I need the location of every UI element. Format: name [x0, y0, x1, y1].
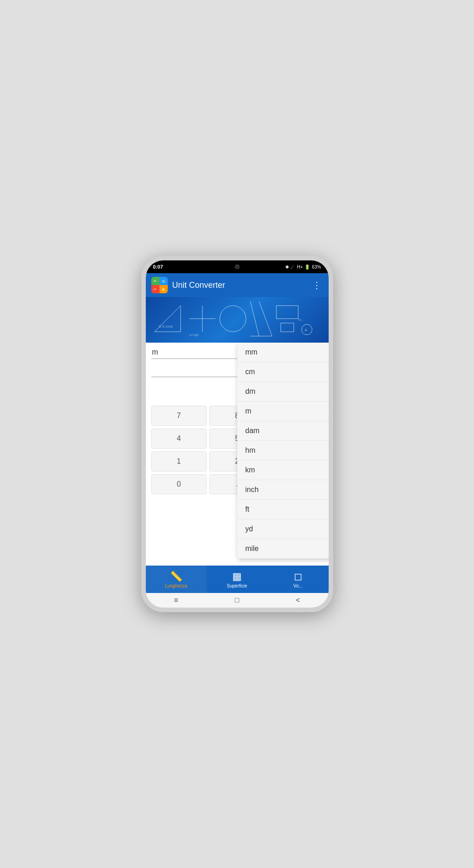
nav-label-superficie: Superficie [227, 583, 247, 588]
sys-nav-recent[interactable]: < [296, 596, 300, 604]
svg-line-15 [259, 302, 272, 336]
camera-dot [235, 265, 240, 269]
key-0[interactable]: 0 [151, 474, 207, 494]
svg-text:B.S.cosα: B.S.cosα [159, 324, 173, 328]
dropdown-item-yd[interactable]: yd [237, 519, 329, 539]
status-indicators: ✱ ☄ H+ 🔋 63% [285, 265, 321, 270]
banner-bg: B.S.cosα s=½at² V₁ A [146, 297, 329, 343]
unit-dropdown[interactable]: mm cm dm m dam hm km inch ft yd mile [237, 343, 329, 559]
key-4[interactable]: 4 [151, 429, 207, 449]
network-type: H+ [297, 265, 303, 270]
app-icon-q4: ⊞ [160, 285, 168, 293]
signal-icon: ☄ [291, 265, 295, 270]
status-bar: 0:07 ✱ ☄ H+ 🔋 63% [146, 260, 329, 273]
phone-shell: 0:07 ✱ ☄ H+ 🔋 63% ✏ ◎ ✂ ⊞ Unit Converter… [141, 256, 333, 612]
dropdown-item-dam[interactable]: dam [237, 421, 329, 441]
dropdown-item-mm[interactable]: mm [237, 343, 329, 362]
sys-nav-home[interactable]: □ [235, 596, 240, 604]
app-icon: ✏ ◎ ✂ ⊞ [151, 277, 168, 293]
app-icon-q3: ✂ [151, 285, 160, 293]
battery-level: 63% [312, 265, 321, 270]
dropdown-item-m[interactable]: m [237, 402, 329, 421]
svg-text:A: A [304, 328, 307, 332]
ruler-icon: 📏 [170, 571, 182, 582]
system-nav-bar: ≡ □ < [146, 593, 329, 608]
dropdown-item-cm[interactable]: cm [237, 362, 329, 382]
app-icon-q1: ✏ [151, 277, 160, 285]
svg-text:s=½at²: s=½at² [189, 333, 199, 337]
svg-rect-5 [281, 323, 294, 332]
grid-icon: ▦ [232, 571, 242, 582]
dropdown-item-ft[interactable]: ft [237, 500, 329, 519]
sys-nav-menu[interactable]: ≡ [174, 596, 178, 604]
svg-text:V₁: V₁ [298, 318, 301, 321]
banner: B.S.cosα s=½at² V₁ A [146, 297, 329, 343]
app-title: Unit Converter [172, 281, 310, 290]
bluetooth-icon: ✱ [285, 265, 289, 270]
nav-item-lunghezza[interactable]: 📏 Lunghezza [146, 566, 207, 593]
app-bar: ✏ ◎ ✂ ⊞ Unit Converter ⋮ [146, 273, 329, 297]
dropdown-item-inch[interactable]: inch [237, 480, 329, 500]
dropdown-item-hm[interactable]: hm [237, 441, 329, 460]
from-unit-selector[interactable] [151, 346, 245, 359]
dropdown-item-mile[interactable]: mile [237, 539, 329, 559]
banner-drawing: B.S.cosα s=½at² V₁ A [146, 297, 329, 340]
dropdown-item-km[interactable]: km [237, 460, 329, 480]
svg-point-3 [219, 306, 245, 332]
cube-icon: ◻ [294, 571, 302, 582]
nav-item-volume[interactable]: ◻ Vo... [267, 566, 328, 593]
dropdown-item-dm[interactable]: dm [237, 382, 329, 402]
battery-icon: 🔋 [304, 265, 310, 270]
nav-item-superficie[interactable]: ▦ Superficie [207, 566, 267, 593]
key-7[interactable]: 7 [151, 406, 207, 426]
status-time: 0:07 [153, 264, 163, 270]
svg-rect-4 [276, 306, 298, 319]
nav-label-lunghezza: Lunghezza [165, 583, 187, 588]
app-menu-button[interactable]: ⋮ [310, 278, 323, 292]
svg-line-13 [250, 302, 259, 336]
nav-label-volume: Vo... [293, 583, 303, 588]
key-1[interactable]: 1 [151, 451, 207, 471]
app-icon-q2: ◎ [160, 277, 168, 285]
bottom-nav: 📏 Lunghezza ▦ Superficie ◻ Vo... [146, 566, 329, 593]
key-empty-1 [151, 383, 207, 403]
main-content: ⇄ ☰ 1 7 8 4 5 1 2 0 [146, 343, 329, 566]
